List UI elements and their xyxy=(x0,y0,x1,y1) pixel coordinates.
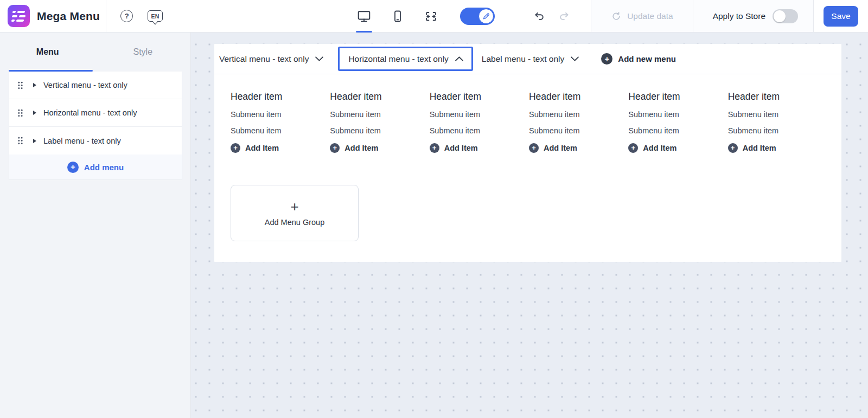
apply-toggle-knob xyxy=(774,10,786,22)
submenu-item[interactable]: Submenu item xyxy=(728,126,827,135)
tab-style[interactable]: Style xyxy=(95,33,191,72)
add-item-button[interactable]: + Add Item xyxy=(728,143,827,153)
add-menu-label: Add menu xyxy=(84,163,124,172)
plus-circle-icon: + xyxy=(430,143,439,153)
preview-area: Vertical menu - text only Horizontal men… xyxy=(191,33,868,418)
sidebar-item-vertical-menu[interactable]: Vertical menu - text only xyxy=(9,72,182,99)
undo-icon xyxy=(533,10,545,22)
apply-to-store-section: Apply to Store xyxy=(693,0,813,32)
update-data-button[interactable]: Update data xyxy=(591,0,692,32)
header-item[interactable]: Header item xyxy=(330,91,429,102)
submenu-item[interactable]: Submenu item xyxy=(231,126,330,135)
canvas-tab-horizontal-menu-selected[interactable]: Horizontal menu - text only xyxy=(338,47,473,71)
plus-circle-icon: + xyxy=(728,143,738,153)
app-logo-icon xyxy=(8,5,30,27)
plus-circle-icon: + xyxy=(67,162,79,173)
sidebar-item-label-menu[interactable]: Label menu - text only xyxy=(9,127,182,155)
plus-circle-icon: + xyxy=(628,143,638,153)
header-item[interactable]: Header item xyxy=(529,91,628,102)
plus-circle-icon: + xyxy=(529,143,539,153)
add-new-menu-button[interactable]: + Add new menu xyxy=(601,53,676,65)
sidebar: Menu Style Vertical menu - text only xyxy=(0,33,191,418)
save-button[interactable]: Save xyxy=(824,6,858,27)
desktop-preview-button[interactable] xyxy=(357,0,371,33)
submenu-item[interactable]: Submenu item xyxy=(231,110,330,119)
submenu-item[interactable]: Submenu item xyxy=(628,110,727,119)
save-section: Save xyxy=(813,0,868,32)
menu-group: Header item Submenu item Submenu item + … xyxy=(529,91,628,153)
submenu-item[interactable]: Submenu item xyxy=(529,110,628,119)
drag-handle-icon[interactable] xyxy=(17,108,24,118)
menu-item-label: Vertical menu - text only xyxy=(43,81,127,89)
tab-menu[interactable]: Menu xyxy=(0,33,95,72)
redo-button[interactable] xyxy=(558,10,570,22)
submenu-item[interactable]: Submenu item xyxy=(430,126,529,135)
chevron-down-icon xyxy=(571,56,579,61)
canvas-tab-vertical-menu[interactable]: Vertical menu - text only xyxy=(219,54,335,64)
header-item[interactable]: Header item xyxy=(728,91,827,102)
apply-to-store-label: Apply to Store xyxy=(713,11,765,21)
update-data-label: Update data xyxy=(627,11,673,21)
header-item[interactable]: Header item xyxy=(430,91,529,102)
submenu-item[interactable]: Submenu item xyxy=(430,110,529,119)
canvas-menu-tabs: Vertical menu - text only Horizontal men… xyxy=(214,44,841,74)
menu-group: Header item Submenu item Submenu item + … xyxy=(430,91,529,153)
submenu-item[interactable]: Submenu item xyxy=(628,126,727,135)
apply-to-store-toggle[interactable] xyxy=(773,9,798,23)
expand-caret-icon[interactable] xyxy=(33,139,36,143)
language-icon[interactable]: EN xyxy=(148,10,163,22)
refresh-icon xyxy=(611,11,622,22)
add-item-button[interactable]: + Add Item xyxy=(628,143,727,153)
edit-toggle-knob xyxy=(478,9,494,24)
drag-handle-icon[interactable] xyxy=(17,136,24,145)
add-item-button[interactable]: + Add Item xyxy=(529,143,628,153)
add-menu-button[interactable]: + Add menu xyxy=(9,155,182,179)
add-item-label: Add Item xyxy=(743,144,776,152)
canvas-tab-label-menu[interactable]: Label menu - text only xyxy=(482,54,591,64)
menu-item-label: Label menu - text only xyxy=(43,137,121,145)
header-actions: Update data Apply to Store Save xyxy=(533,0,868,32)
mobile-icon xyxy=(391,10,404,23)
add-new-menu-label: Add new menu xyxy=(618,54,676,63)
app-body: Menu Style Vertical menu - text only xyxy=(0,33,868,418)
add-menu-group-label: Add Menu Group xyxy=(265,218,324,227)
canvas-tab-label: Vertical menu - text only xyxy=(219,54,309,64)
add-item-button[interactable]: + Add Item xyxy=(231,143,330,153)
header-utility-icons: ? EN xyxy=(120,0,163,32)
sidebar-tabs: Menu Style xyxy=(0,33,190,72)
expand-caret-icon[interactable] xyxy=(33,111,36,115)
menu-group: Header item Submenu item Submenu item + … xyxy=(231,91,330,153)
add-item-label: Add Item xyxy=(643,144,676,152)
canvas-content: Header item Submenu item Submenu item + … xyxy=(214,74,841,241)
help-icon[interactable]: ? xyxy=(120,10,133,22)
responsive-width-button[interactable] xyxy=(424,0,438,33)
add-item-button[interactable]: + Add Item xyxy=(330,143,429,153)
app-header: Mega Menu ? EN xyxy=(0,0,868,33)
add-item-label: Add Item xyxy=(344,144,378,152)
submenu-item[interactable]: Submenu item xyxy=(330,110,429,119)
mobile-preview-button[interactable] xyxy=(391,0,404,33)
menu-canvas: Vertical menu - text only Horizontal men… xyxy=(214,44,841,262)
add-item-label: Add Item xyxy=(444,144,478,152)
header-item[interactable]: Header item xyxy=(628,91,727,102)
sidebar-item-horizontal-menu[interactable]: Horizontal menu - text only xyxy=(9,99,182,127)
submenu-item[interactable]: Submenu item xyxy=(728,110,827,119)
menu-item-label: Horizontal menu - text only xyxy=(43,108,137,117)
responsive-width-icon xyxy=(424,10,438,23)
submenu-item[interactable]: Submenu item xyxy=(529,126,628,135)
history-controls xyxy=(533,0,591,32)
canvas-tab-label: Label menu - text only xyxy=(482,54,565,64)
add-item-button[interactable]: + Add Item xyxy=(430,143,529,153)
drag-handle-icon[interactable] xyxy=(17,81,24,90)
menu-group: Header item Submenu item Submenu item + … xyxy=(628,91,727,153)
plus-circle-icon: + xyxy=(231,143,240,153)
undo-button[interactable] xyxy=(533,10,545,22)
header-item[interactable]: Header item xyxy=(231,91,330,102)
edit-mode-toggle[interactable] xyxy=(460,8,495,25)
add-item-label: Add Item xyxy=(245,144,279,152)
canvas-tab-label: Horizontal menu - text only xyxy=(348,54,448,64)
expand-caret-icon[interactable] xyxy=(33,83,36,87)
add-menu-group-button[interactable]: + Add Menu Group xyxy=(231,185,359,241)
sidebar-menu-list: Vertical menu - text only Horizontal men… xyxy=(9,72,182,180)
submenu-item[interactable]: Submenu item xyxy=(330,126,429,135)
